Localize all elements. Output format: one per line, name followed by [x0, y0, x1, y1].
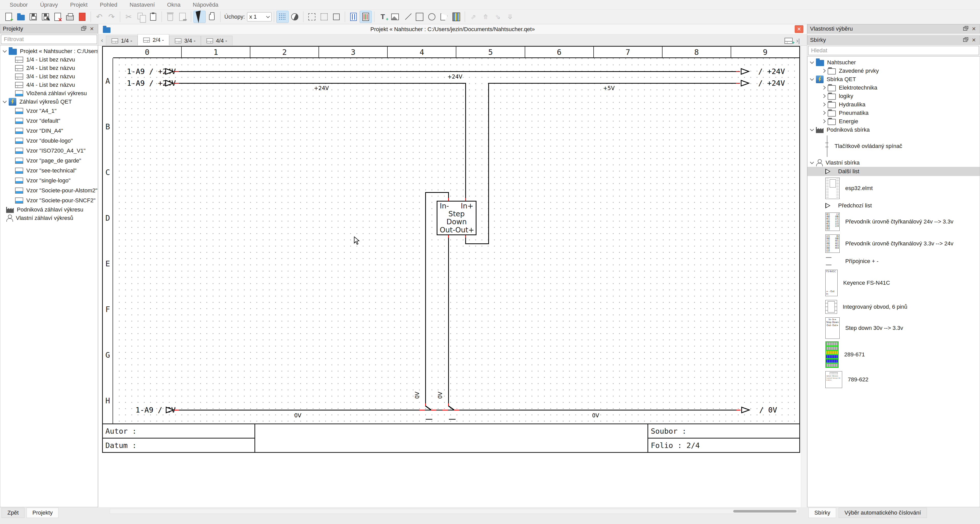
- tree-item-template[interactable]: Vzor "default": [0, 116, 98, 126]
- tree-item-template[interactable]: Vzor "double-logo": [0, 136, 98, 146]
- add-rectangle-button[interactable]: [414, 11, 426, 23]
- wire-label-end[interactable]: / +24V: [758, 67, 785, 76]
- conductor-0v-drop-left[interactable]: [425, 192, 426, 406]
- pan-mode-button[interactable]: [206, 11, 218, 23]
- tree-item-sheet[interactable]: 4/4 - List bez názvu: [0, 81, 98, 89]
- menu-file[interactable]: Soubor: [3, 2, 34, 8]
- tree-item-template[interactable]: Vzor "DIN_A4": [0, 126, 98, 136]
- tree-item-element[interactable]: Integrovaný obvod, 6 pinů: [808, 298, 980, 316]
- chevron-right-icon[interactable]: [822, 69, 826, 73]
- tree-item-project[interactable]: Projekt « Nahtsucher : C:/Users/jezin/..…: [0, 47, 98, 56]
- tree-item-category[interactable]: Energie: [808, 117, 980, 125]
- tree-item-template[interactable]: Vzor "page_de garde": [0, 156, 98, 165]
- paste-special-button[interactable]: ➦: [177, 11, 189, 23]
- add-text-button[interactable]: T+: [377, 11, 389, 23]
- chevron-down-icon[interactable]: [3, 99, 7, 103]
- tree-item-template[interactable]: Vzor "Societe-pour-SNCF2": [0, 195, 98, 205]
- tree-item-template[interactable]: Vzor "ISO7200_A4_V1": [0, 146, 98, 156]
- search-input[interactable]: [808, 46, 979, 55]
- tree-item-qet-titleblocks[interactable]: Záhlaví výkresů QET: [0, 97, 98, 106]
- tree-item-template[interactable]: Vzor "Societe-pour-Alstom2": [0, 186, 98, 195]
- bring-to-front-button[interactable]: ⤊: [479, 11, 492, 23]
- add-line-button[interactable]: [401, 11, 414, 23]
- tree-item-element[interactable]: HV1 GND HV2 GND HV3 GND HV4 GNDLV GND LV…: [808, 211, 980, 233]
- tree-item-element[interactable]: esp32.elmt: [808, 176, 980, 200]
- tree-item-element[interactable]: WAGO 789-622Current Sensor AC 0-50 A789-…: [808, 369, 980, 390]
- snap-combobox[interactable]: x 1: [247, 12, 272, 21]
- tree-item-sheet[interactable]: 1/4 - List bez názvu: [0, 56, 98, 64]
- scrollbar-thumb[interactable]: [733, 510, 797, 513]
- chevron-down-icon[interactable]: [810, 160, 814, 164]
- send-backward-button[interactable]: ⇘: [492, 11, 504, 23]
- grid-toggle-button[interactable]: [277, 11, 289, 23]
- canvas-vertical-scrollbar[interactable]: [801, 46, 807, 507]
- stepdown-component[interactable]: In-In+ Step Down Out-Out+: [437, 201, 476, 235]
- conductor-out-plus-riser[interactable]: [488, 83, 489, 244]
- tree-item-category[interactable]: Pneumatika: [808, 109, 980, 117]
- folio-reference-arrow[interactable]: [165, 79, 174, 87]
- tree-item-previous-sheet[interactable]: Předchozí list: [808, 200, 980, 211]
- add-polygon-button[interactable]: [438, 11, 450, 23]
- new-project-button[interactable]: +: [3, 11, 15, 23]
- close-file-button[interactable]: ✕: [52, 11, 64, 23]
- tree-item-element[interactable]: 289-671: [808, 340, 980, 369]
- tab-sheet-1[interactable]: 1/4 -: [106, 36, 138, 45]
- selection-frame-adjust-button[interactable]: [318, 11, 330, 23]
- conductor-in-minus[interactable]: [425, 192, 449, 193]
- print-button[interactable]: [64, 11, 76, 23]
- chevron-right-icon[interactable]: [822, 94, 826, 98]
- menu-edit[interactable]: Úpravy: [34, 2, 64, 8]
- tree-item-imported-elements[interactable]: Zavedené prvky: [808, 67, 980, 75]
- send-to-back-button[interactable]: ⤋: [504, 11, 516, 23]
- conductor-in-plus[interactable]: [465, 83, 466, 198]
- export-pdf-button[interactable]: [76, 11, 88, 23]
- conductor-5v-right[interactable]: [488, 83, 740, 84]
- close-panel-button[interactable]: ✕: [970, 37, 977, 43]
- schematic-canvas[interactable]: 0 1 2 3 4 5 6 7 8 9 A B C D E F: [98, 46, 807, 507]
- close-panel-button[interactable]: ✕: [970, 25, 977, 32]
- tree-item-embedded-titleblocks[interactable]: Vložená záhlaví výkresu: [0, 89, 98, 97]
- projects-tab[interactable]: Projekty: [27, 508, 59, 518]
- menu-settings[interactable]: Nastavení: [124, 2, 161, 8]
- chevron-down-icon[interactable]: [810, 60, 814, 64]
- tree-item-custom-collection[interactable]: Vlastní sbírka: [808, 159, 980, 167]
- tree-item-template[interactable]: Vzor "A4_1": [0, 106, 98, 116]
- chevron-right-icon[interactable]: [822, 111, 826, 115]
- save-as-button[interactable]: ✎: [39, 11, 52, 23]
- menu-windows[interactable]: Okna: [161, 2, 187, 8]
- tree-item-element[interactable]: Tlačítkově ovládaný spínač: [808, 134, 980, 159]
- tree-item-company-collection[interactable]: Podniková sbírka: [808, 125, 980, 134]
- menu-help[interactable]: Nápověda: [186, 2, 224, 8]
- menu-view[interactable]: Pohled: [94, 2, 124, 8]
- folio-reference-arrow[interactable]: [165, 406, 175, 414]
- bring-forward-button[interactable]: ⇗: [467, 11, 479, 23]
- chevron-right-icon[interactable]: [822, 86, 826, 90]
- conductor-in-minus[interactable]: [448, 192, 449, 198]
- tree-item-element[interactable]: LV1 GND LV2 GND LV3 GND LV4 GNDHV GND HV…: [808, 233, 980, 255]
- tree-item-category[interactable]: Elektrotechnika: [808, 83, 980, 92]
- conductor-tool-button[interactable]: [347, 11, 360, 23]
- delete-button[interactable]: [164, 11, 177, 23]
- tree-item-next-sheet[interactable]: Další list: [808, 167, 980, 176]
- tree-item-element[interactable]: In- In+ Step Down Out- Out+Step down 30v…: [808, 316, 980, 340]
- tree-item-project-collection[interactable]: Nahtsucher: [808, 58, 980, 67]
- tab-sheet-4[interactable]: 4/4 -: [201, 36, 232, 45]
- tree-item-custom-titleblocks[interactable]: Vlastní záhlaví výkresů: [0, 214, 98, 222]
- conductor-24v-top[interactable]: [179, 71, 740, 72]
- wire-label-end[interactable]: / 0V: [759, 406, 777, 414]
- terminal-strip-tool-button[interactable]: [360, 11, 372, 23]
- chevron-down-icon[interactable]: [810, 77, 814, 81]
- float-panel-button[interactable]: [962, 37, 969, 43]
- chevron-down-icon[interactable]: [3, 49, 7, 53]
- float-panel-button[interactable]: [80, 25, 86, 32]
- select-mode-button[interactable]: [193, 11, 206, 23]
- redo-button[interactable]: ↷: [105, 11, 118, 23]
- wire-label-end[interactable]: / +24V: [758, 79, 785, 87]
- close-panel-button[interactable]: ✕: [89, 25, 95, 32]
- tab-sheet-2[interactable]: 2/4 -: [138, 34, 169, 45]
- filter-input[interactable]: [1, 35, 97, 44]
- tree-item-company-titleblocks[interactable]: Podniková záhlaví výkresu: [0, 205, 98, 214]
- tab-scroll-left-button[interactable]: ‹: [98, 35, 106, 45]
- conductor-0v-drop-right[interactable]: [448, 238, 449, 406]
- conductor-24v-left[interactable]: [179, 83, 466, 84]
